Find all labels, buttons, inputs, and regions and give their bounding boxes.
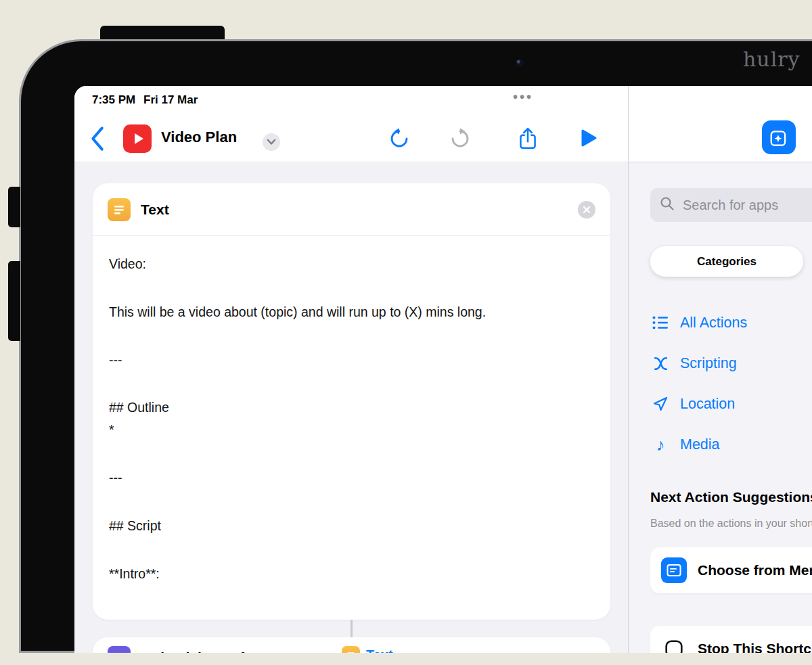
text-action-icon: [108, 198, 131, 221]
text-variable-icon: [342, 646, 360, 653]
chevron-down-icon[interactable]: [263, 133, 280, 151]
text-line: ## Script: [109, 515, 594, 536]
redo-button[interactable]: [448, 127, 472, 151]
action-library-sidebar: Categories All Actions: [629, 86, 812, 653]
shortcut-canvas: Text Video: This will be a video about (…: [74, 163, 628, 653]
shortcut-title: Video Plan: [161, 129, 237, 146]
text-line: ---: [109, 467, 594, 488]
stop-square-icon: [661, 636, 687, 653]
pane-divider: [628, 86, 629, 653]
back-button[interactable]: [89, 126, 106, 152]
multitask-handle[interactable]: •••: [513, 89, 533, 105]
text-action-card: Text Video: This will be a video about (…: [93, 183, 610, 620]
sidebar-item-label: All Actions: [680, 315, 747, 331]
music-note-icon: ♪: [650, 436, 671, 453]
text-line: **Intro**:: [109, 564, 594, 584]
action-library-button[interactable]: [762, 120, 796, 154]
status-time: 7:35 PM: [92, 93, 135, 107]
action-connector-line: [351, 620, 353, 639]
rich-text-action-icon: [108, 646, 131, 653]
sidebar-item-media[interactable]: ♪ Media: [650, 431, 720, 458]
editor-header: 7:35 PM Fri 17 Mar ••• Video Plan: [74, 86, 628, 162]
sidebar-header: [629, 86, 812, 162]
ipad-volume-button: [8, 187, 20, 227]
suggestion-label: Stop This Shortcut: [698, 641, 812, 653]
suggestion-choose-from-menu[interactable]: Choose from Menu: [650, 547, 812, 593]
text-line: This will be a video about (topic) and w…: [109, 302, 594, 323]
sidebar-item-all-actions[interactable]: All Actions: [650, 309, 747, 336]
text-variable-token[interactable]: Text: [342, 646, 393, 653]
next-action-suggestions-subtitle: Based on the actions in your shortcut: [650, 518, 812, 530]
search-icon: [660, 196, 675, 214]
text-line: ---: [109, 350, 594, 371]
all-actions-list-icon: [650, 315, 671, 331]
sidebar-item-label: Media: [680, 436, 720, 453]
make-rich-text-action-card[interactable]: Make rich text from Text: [93, 637, 610, 653]
text-action-body[interactable]: Video: This will be a video about (topic…: [93, 236, 610, 584]
scripting-knot-icon: [650, 355, 671, 372]
sidebar-item-label: Location: [680, 396, 735, 413]
sidebar-item-label: Scripting: [680, 355, 737, 372]
sidebar-item-scripting[interactable]: Scripting: [650, 350, 737, 377]
front-camera: [516, 59, 524, 67]
page: hulry 7:35 PM Fri 17 Mar ••• Video Plan: [0, 0, 812, 665]
text-variable-label: Text: [366, 647, 393, 653]
run-button[interactable]: [577, 127, 601, 151]
suggestion-label: Choose from Menu: [698, 562, 812, 578]
ipad-side-button: [8, 261, 20, 341]
location-arrow-icon: [650, 396, 671, 412]
close-icon[interactable]: [578, 201, 595, 219]
text-action-header[interactable]: Text: [93, 183, 610, 236]
text-line: *: [109, 419, 594, 440]
youtube-shortcut-icon: [123, 124, 152, 153]
categories-segment[interactable]: Categories: [650, 246, 803, 277]
search-input[interactable]: [681, 197, 812, 214]
sidebar-item-location[interactable]: Location: [650, 390, 735, 417]
editor-pane: 7:35 PM Fri 17 Mar ••• Video Plan: [74, 86, 628, 653]
next-action-suggestions-title: Next Action Suggestions: [650, 489, 812, 505]
rich-text-action-title: Make rich text from: [141, 649, 271, 653]
hulry-watermark: hulry: [743, 47, 800, 71]
categories-label: Categories: [697, 255, 757, 269]
text-line: ## Outline: [109, 397, 594, 418]
suggestion-stop-this-shortcut[interactable]: Stop This Shortcut: [650, 626, 812, 653]
text-line: Video:: [109, 254, 594, 275]
status-date: Fri 17 Mar: [143, 93, 198, 107]
undo-button[interactable]: [387, 127, 411, 151]
screen: 7:35 PM Fri 17 Mar ••• Video Plan: [74, 86, 812, 653]
text-action-title: Text: [141, 202, 169, 218]
share-button[interactable]: [516, 127, 540, 151]
search-field[interactable]: [650, 188, 812, 222]
choose-from-menu-icon: [661, 557, 687, 583]
